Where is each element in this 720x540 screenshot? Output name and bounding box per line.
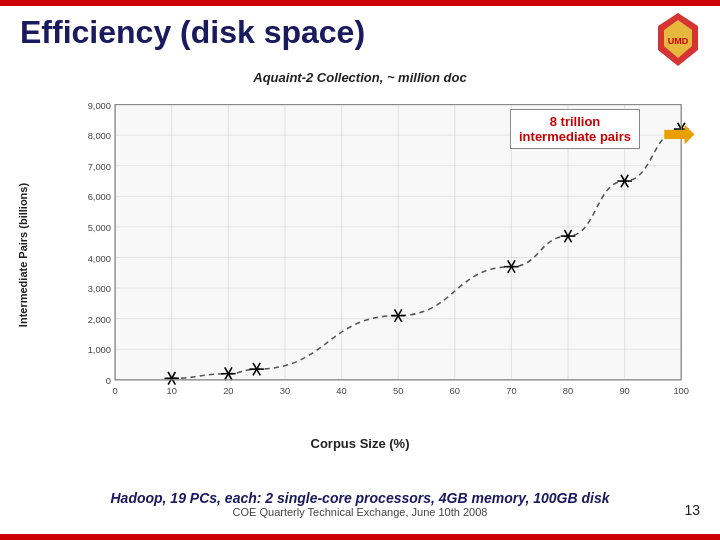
x-axis-label: Corpus Size (%) xyxy=(311,436,410,451)
chart-container: Aquaint-2 Collection, ~ million doc Inte… xyxy=(10,70,710,460)
svg-text:100: 100 xyxy=(673,386,689,396)
svg-text:90: 90 xyxy=(619,386,629,396)
footer-main: Hadoop, 19 PCs, each: 2 single-core proc… xyxy=(0,490,720,506)
annotation-box: 8 trillion intermediate pairs xyxy=(510,109,640,149)
page-number: 13 xyxy=(684,502,700,518)
svg-text:UMD: UMD xyxy=(668,36,689,46)
svg-text:3,000: 3,000 xyxy=(88,284,111,294)
footer: Hadoop, 19 PCs, each: 2 single-core proc… xyxy=(0,490,720,518)
svg-text:40: 40 xyxy=(336,386,346,396)
svg-text:6,000: 6,000 xyxy=(88,192,111,202)
y-axis-label: Intermediate Pairs (billions) xyxy=(17,182,29,326)
svg-text:9,000: 9,000 xyxy=(88,101,111,111)
svg-text:1,000: 1,000 xyxy=(88,345,111,355)
svg-text:5,000: 5,000 xyxy=(88,223,111,233)
svg-text:2,000: 2,000 xyxy=(88,315,111,325)
annotation-arrow: ➡ xyxy=(662,113,696,153)
svg-text:0: 0 xyxy=(113,386,118,396)
svg-text:10: 10 xyxy=(167,386,177,396)
slide-title: Efficiency (disk space) xyxy=(20,14,365,51)
svg-text:8,000: 8,000 xyxy=(88,131,111,141)
bottom-bar xyxy=(0,534,720,540)
svg-text:20: 20 xyxy=(223,386,233,396)
svg-text:60: 60 xyxy=(450,386,460,396)
footer-sub: COE Quarterly Technical Exchange, June 1… xyxy=(0,506,720,518)
chart-inner: Intermediate Pairs (billions) 01,0002,00… xyxy=(10,89,710,455)
annotation-text: 8 trillion intermediate pairs xyxy=(519,114,631,144)
top-bar xyxy=(0,0,720,6)
svg-text:0: 0 xyxy=(106,376,111,386)
svg-text:70: 70 xyxy=(506,386,516,396)
svg-text:7,000: 7,000 xyxy=(88,162,111,172)
university-logo: UMD xyxy=(648,8,708,68)
svg-text:4,000: 4,000 xyxy=(88,254,111,264)
chart-subtitle: Aquaint-2 Collection, ~ million doc xyxy=(10,70,710,85)
slide: UMD Efficiency (disk space) Aquaint-2 Co… xyxy=(0,0,720,540)
svg-text:80: 80 xyxy=(563,386,573,396)
svg-text:50: 50 xyxy=(393,386,403,396)
svg-text:30: 30 xyxy=(280,386,290,396)
